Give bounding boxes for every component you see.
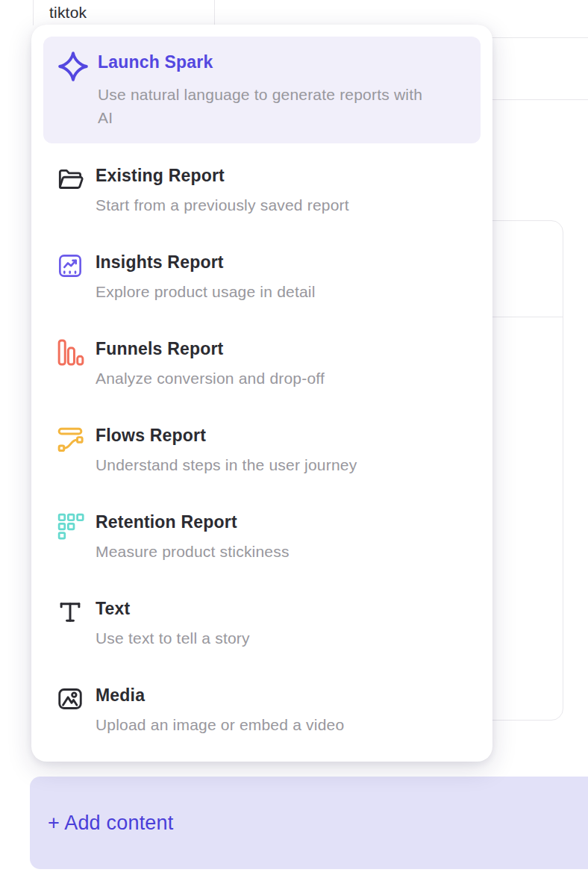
retention-grid-icon [56, 511, 84, 540]
media-icon [56, 685, 84, 713]
menu-item-description: Understand steps in the user journey [96, 454, 357, 476]
menu-item-title: Funnels Report [96, 337, 325, 360]
menu-item-title: Insights Report [96, 251, 316, 273]
menu-item-description: Explore product usage in detail [96, 281, 316, 303]
menu-item-text[interactable]: Text Use text to tell a story [43, 576, 481, 663]
flows-icon [56, 425, 84, 453]
menu-item-title: Retention Report [96, 511, 290, 533]
menu-item-description: Measure product stickiness [96, 541, 290, 563]
menu-item-title: Flows Report [96, 424, 357, 447]
menu-item-title: Media [96, 684, 344, 706]
background-card-border-right [214, 0, 215, 25]
menu-item-existing-report[interactable]: Existing Report Start from a previously … [43, 143, 481, 230]
menu-item-insights-report[interactable]: Insights Report Explore product usage in… [43, 230, 481, 317]
funnel-bars-icon [56, 338, 84, 367]
menu-item-funnels-report[interactable]: Funnels Report Analyze conversion and dr… [43, 317, 481, 403]
menu-item-description: Start from a previously saved report [96, 194, 349, 217]
folder-icon [56, 165, 84, 193]
menu-item-media[interactable]: Media Upload an image or embed a video [43, 663, 481, 750]
menu-item-description: Analyze conversion and drop-off [96, 367, 325, 390]
menu-item-title: Launch Spark [98, 50, 422, 74]
background-card-text: tiktok [49, 4, 87, 22]
background-card-border-left [33, 0, 34, 25]
text-icon [56, 598, 84, 626]
menu-item-launch-spark[interactable]: Launch Spark Use natural language to gen… [43, 37, 481, 143]
spark-icon [56, 50, 90, 83]
menu-item-retention-report[interactable]: Retention Report Measure product stickin… [43, 490, 481, 576]
menu-item-title: Existing Report [96, 164, 349, 187]
menu-item-description: Upload an image or embed a video [96, 714, 344, 736]
menu-item-title: Text [96, 597, 250, 620]
menu-item-description: Use natural language to generate reports… [98, 83, 422, 129]
menu-item-flows-report[interactable]: Flows Report Understand steps in the use… [43, 403, 481, 490]
add-content-dropdown-menu: Launch Spark Use natural language to gen… [31, 25, 492, 762]
add-content-button[interactable]: + Add content [30, 777, 588, 869]
menu-item-description: Use text to tell a story [96, 627, 250, 650]
add-content-label: + Add content [48, 812, 174, 835]
insights-chart-icon [56, 252, 84, 280]
